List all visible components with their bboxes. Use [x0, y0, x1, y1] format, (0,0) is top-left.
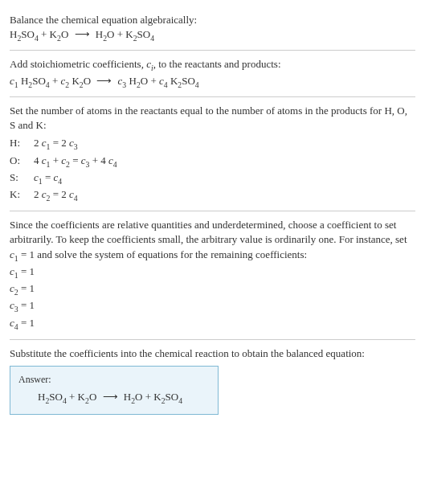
coefficient-value: c2 = 1 [10, 281, 415, 297]
coefficient-value: c1 = 1 [10, 264, 415, 281]
answer-label: Answer: [18, 373, 210, 387]
unbalanced-equation: H2SO4 + K2O ⟶ H2O + K2SO4 [10, 27, 415, 43]
coefficient-equation: c1 H2SO4 + c2 K2O ⟶ c3 H2O + c4 K2SO4 [10, 74, 415, 90]
arrow-icon: ⟶ [72, 28, 93, 40]
element-row-h: H: 2 c1 = 2 c3 [10, 136, 415, 152]
element-row-k: K: 2 c2 = 2 c4 [10, 187, 415, 203]
element-label: H: [10, 136, 27, 152]
section-answer: Substitute the coefficients into the che… [10, 340, 415, 421]
arrow-icon: ⟶ [93, 75, 115, 87]
element-label: O: [10, 154, 27, 170]
element-equation: c1 = c4 [34, 170, 62, 186]
section-solve: Since the coefficients are relative quan… [10, 211, 415, 340]
balanced-equation: H2SO4 + K2O ⟶ H2O + K2SO4 [18, 390, 210, 406]
section-element-equations: Set the number of atoms in the reactants… [10, 97, 415, 211]
section-add-coefficients: Add stoichiometric coefficients, ci, to … [10, 51, 415, 96]
coefficient-solutions: c1 = 1 c2 = 1 c3 = 1 c4 = 1 [10, 264, 415, 332]
element-label: S: [10, 170, 27, 186]
element-row-o: O: 4 c1 + c2 = c3 + 4 c4 [10, 154, 415, 170]
element-label: K: [10, 187, 27, 203]
element-equation-table: H: 2 c1 = 2 c3 O: 4 c1 + c2 = c3 + 4 c4 … [10, 136, 415, 203]
element-row-s: S: c1 = c4 [10, 170, 415, 186]
answer-box: Answer: H2SO4 + K2O ⟶ H2O + K2SO4 [10, 366, 219, 415]
eq-text: H2SO4 + K2O [10, 28, 68, 40]
eq-text: H2O + K2SO4 [96, 28, 154, 40]
coefficient-value: c3 = 1 [10, 298, 415, 314]
element-equation: 4 c1 + c2 = c3 + 4 c4 [34, 154, 117, 170]
instruction-line: Substitute the coefficients into the che… [10, 346, 415, 361]
instruction-paragraph: Since the coefficients are relative quan… [10, 218, 415, 264]
coefficient-value: c4 = 1 [10, 316, 415, 332]
element-equation: 2 c2 = 2 c4 [34, 187, 78, 203]
instruction-line: Set the number of atoms in the reactants… [10, 104, 415, 133]
prompt-line: Balance the chemical equation algebraica… [10, 13, 415, 27]
section-prompt: Balance the chemical equation algebraica… [10, 6, 415, 51]
arrow-icon: ⟶ [100, 391, 121, 403]
instruction-line: Add stoichiometric coefficients, ci, to … [10, 57, 415, 73]
element-equation: 2 c1 = 2 c3 [34, 136, 78, 152]
